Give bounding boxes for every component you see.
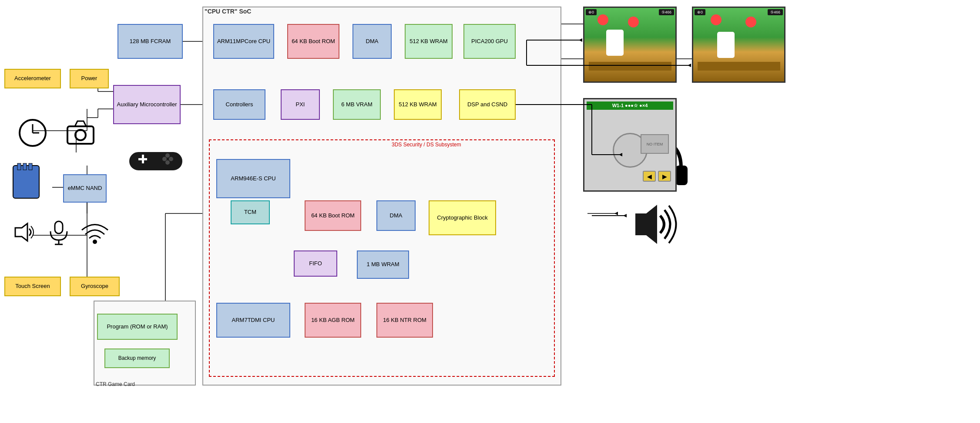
gamecard-label: CTR Game Card xyxy=(96,381,135,387)
pxi-label: PXI xyxy=(296,101,305,108)
arm7tdmi-box: ARM7TDMI CPU xyxy=(216,303,290,338)
arm946-box: ARM946E-S CPU xyxy=(216,159,290,198)
boot-rom-top-box: 64 KB Boot ROM xyxy=(287,24,339,59)
svg-marker-104 xyxy=(623,214,627,217)
wram-1mb-label: 1 MB WRAM xyxy=(366,261,399,268)
svg-rect-81 xyxy=(142,155,144,163)
emmc-label: eMMC NAND xyxy=(68,185,102,192)
power-box: Power xyxy=(70,69,109,88)
agb-rom-box: 16 KB AGB ROM xyxy=(305,303,361,338)
program-box: Program (ROM or RAM) xyxy=(97,314,178,340)
gamepad-icon xyxy=(124,144,187,179)
speaker-right-icon xyxy=(627,198,696,250)
arm11-box: ARM11MPCore CPU xyxy=(213,24,274,59)
fcram-box: 128 MB FCRAM xyxy=(117,24,183,59)
accelerometer-label: Accelerometer xyxy=(14,75,51,82)
svg-point-74 xyxy=(75,130,86,140)
svg-point-82 xyxy=(162,157,167,161)
dma-top-label: DMA xyxy=(366,38,379,45)
crypto-box: Cryptographic Block xyxy=(429,200,496,235)
emmc-box: eMMC NAND xyxy=(63,174,107,203)
fifo-box: FIFO xyxy=(294,250,337,277)
power-label: Power xyxy=(81,75,97,82)
sd-card-icon xyxy=(9,159,44,203)
pica200-label: PICA200 GPU xyxy=(471,38,508,45)
crypto-label: Cryptographic Block xyxy=(437,214,487,222)
gyroscope-box: Gyroscope xyxy=(70,277,120,296)
tcm-label: TCM xyxy=(244,209,256,216)
arm11-label: ARM11MPCore CPU xyxy=(217,38,270,45)
backup-box: Backup memory xyxy=(104,349,170,368)
dma-top-box: DMA xyxy=(352,24,392,59)
wifi-icon xyxy=(78,218,111,246)
svg-point-83 xyxy=(169,157,173,161)
svg-marker-95 xyxy=(579,38,582,42)
camera-icon xyxy=(63,115,98,150)
ntr-rom-label: 16 KB NTR ROM xyxy=(383,317,426,324)
program-label: Program (ROM or RAM) xyxy=(107,323,168,331)
svg-rect-75 xyxy=(13,166,39,198)
touch-screen-label: Touch Screen xyxy=(15,283,50,290)
boot-rom-bot-box: 64 KB Boot ROM xyxy=(305,200,361,231)
dsp-csnd-label: DSP and CSND xyxy=(467,101,507,108)
wram-1mb-box: 1 MB WRAM xyxy=(357,250,409,279)
svg-rect-79 xyxy=(130,152,182,170)
svg-rect-87 xyxy=(55,221,63,233)
screen-top-left: ⊕0 ⑤466 xyxy=(583,7,677,83)
arm946-label: ARM946E-S CPU xyxy=(231,175,275,183)
backup-label: Backup memory xyxy=(118,355,156,362)
svg-marker-93 xyxy=(635,205,657,244)
microphone-icon xyxy=(46,218,72,246)
security-label: 3DS Security / DS Subsystem xyxy=(392,142,461,148)
aux-micro-label: Auxiliary Microcontroller xyxy=(117,101,177,108)
boot-rom-bot-label: 64 KB Boot ROM xyxy=(311,212,355,220)
svg-marker-98 xyxy=(688,64,691,67)
controllers-label: Controllers xyxy=(226,101,253,108)
speaker-left-icon xyxy=(10,218,38,246)
accelerometer-box: Accelerometer xyxy=(4,69,61,88)
fcram-label: 128 MB FCRAM xyxy=(130,38,171,45)
cpu-soc-label: "CPU CTR" SoC xyxy=(205,8,251,15)
svg-marker-50 xyxy=(614,212,618,215)
clock-icon xyxy=(15,115,50,150)
touch-ui-screen: W1-1 ●●●☆ ●×4 NO ITEM ◀ ▶ xyxy=(583,98,677,192)
wram-512-top-box: 512 KB WRAM xyxy=(405,24,453,59)
ntr-rom-box: 16 KB NTR ROM xyxy=(376,303,433,338)
gyroscope-label: Gyroscope xyxy=(81,283,108,290)
pxi-box: PXI xyxy=(281,89,320,120)
wram-512-top-label: 512 KB WRAM xyxy=(409,38,447,45)
boot-rom-top-label: 64 KB Boot ROM xyxy=(292,38,335,45)
tcm-box: TCM xyxy=(231,200,270,224)
vram-6mb-box: 6 MB VRAM xyxy=(333,89,381,120)
svg-point-84 xyxy=(165,160,170,165)
svg-point-90 xyxy=(93,240,97,244)
vram-6mb-label: 6 MB VRAM xyxy=(341,101,373,108)
svg-point-85 xyxy=(165,153,170,158)
diagram-container: "CPU CTR" SoC 3DS Security / DS Subsyste… xyxy=(0,0,980,423)
aux-micro-box: Auxiliary Microcontroller xyxy=(113,85,181,124)
svg-marker-86 xyxy=(15,223,27,241)
controllers-box: Controllers xyxy=(213,89,265,120)
agb-rom-label: 16 KB AGB ROM xyxy=(311,317,355,324)
svg-rect-76 xyxy=(17,163,21,170)
svg-rect-92 xyxy=(675,166,688,185)
pica200-box: PICA200 GPU xyxy=(463,24,516,59)
svg-rect-78 xyxy=(29,163,32,170)
screen-top-right: ⊕0 ⑤466 xyxy=(692,7,785,83)
touch-screen-box: Touch Screen xyxy=(4,277,61,296)
dma-bot-box: DMA xyxy=(376,200,416,231)
svg-rect-77 xyxy=(23,163,27,170)
wram-512-mid-box: 512 KB WRAM xyxy=(394,89,442,120)
fifo-label: FIFO xyxy=(309,260,322,267)
dma-bot-label: DMA xyxy=(390,212,403,220)
wram-512-mid-label: 512 KB WRAM xyxy=(399,101,436,108)
dsp-csnd-box: DSP and CSND xyxy=(459,89,516,120)
arm7tdmi-label: ARM7TDMI CPU xyxy=(232,317,275,324)
